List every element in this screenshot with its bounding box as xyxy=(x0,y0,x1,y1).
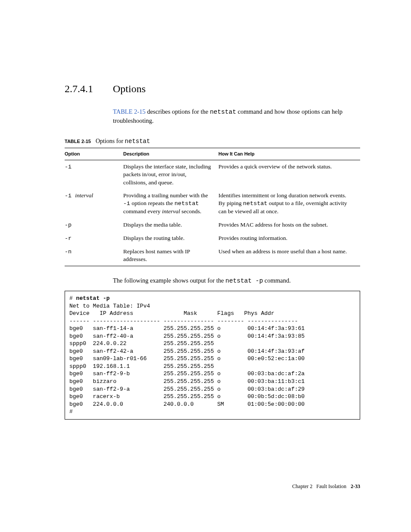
code-header: Net to Media Table: IPv4 xyxy=(69,303,150,309)
code-line: bge0 san-ff2-40-a 255.255.255.255 o 00:1… xyxy=(69,333,305,339)
page-footer: Chapter 2 Fault Isolation2-33 xyxy=(292,483,360,490)
option-arg: interval xyxy=(75,192,93,199)
option-help: Provides routing information. xyxy=(218,232,360,245)
option-desc: Displays the media table. xyxy=(123,218,218,232)
options-table: Option Description How It Can Help -i Di… xyxy=(65,148,360,266)
code-line: bge0 san-ff1-14-a 255.255.255.255 o 00:1… xyxy=(69,325,305,332)
option-help: Identifies intermittent or long duration… xyxy=(218,189,360,218)
code-endprompt: # xyxy=(69,408,73,415)
option-desc: Displays the routing table. xyxy=(123,232,218,245)
example-text-1: The following example shows output for t… xyxy=(113,277,225,284)
code-command: netstat -p xyxy=(76,295,110,302)
code-line: bge0 san-ff2-9-b 255.255.255.255 o 00:03… xyxy=(69,370,305,377)
example-text-2: command. xyxy=(263,277,290,284)
table-row: -n Replaces host names with IP addresses… xyxy=(65,245,360,266)
code-rule: ------ -------------------- ------------… xyxy=(69,318,298,324)
intro-command: netstat xyxy=(210,109,236,115)
table-row: -i interval Providing a trailing number … xyxy=(65,189,360,218)
example-intro: The following example shows output for t… xyxy=(113,277,360,286)
table-label: TABLE 2-15 xyxy=(65,139,91,144)
section-number: 2.7.4.1 xyxy=(65,82,113,96)
example-command: netstat -p xyxy=(225,277,263,284)
page: 2.7.4.1 Options TABLE 2-15 describes opt… xyxy=(0,0,411,532)
table-header-row: Option Description How It Can Help xyxy=(65,148,360,160)
footer-chapter: Chapter 2 xyxy=(292,483,312,489)
code-line: bge0 san-ff2-9-a 255.255.255.255 o 00:03… xyxy=(69,386,305,392)
option-help: Provides MAC address for hosts on the su… xyxy=(218,218,360,232)
section-heading: 2.7.4.1 Options xyxy=(65,82,360,96)
section-title: Options xyxy=(113,82,146,96)
table-row: -p Displays the media table. Provides MA… xyxy=(65,218,360,232)
option-desc: Replaces host names with IP addresses. xyxy=(123,245,218,266)
col-description: Description xyxy=(123,148,218,160)
table-title-cmd: netstat xyxy=(125,138,150,145)
footer-page: 2-33 xyxy=(351,483,360,489)
code-line: bge0 bizzaro 255.255.255.255 o 00:03:ba:… xyxy=(69,378,305,385)
code-line: sppp0 192.168.1.1 255.255.255.255 xyxy=(69,363,214,370)
table-caption: TABLE 2-15 Options for netstat xyxy=(65,137,360,146)
code-line: bge0 san-ff2-42-a 255.255.255.255 o 00:1… xyxy=(69,348,305,355)
code-line: bge0 racerx-b 255.255.255.255 o 00:0b:5d… xyxy=(69,393,305,400)
option-flag: -i xyxy=(65,164,72,170)
code-line: sppp0 224.0.0.22 255.255.255.255 xyxy=(69,340,214,347)
footer-title: Fault Isolation xyxy=(316,483,346,489)
option-desc: Displays the interface state, including … xyxy=(123,160,218,189)
option-help: Used when an address is more useful than… xyxy=(218,245,360,266)
code-line: bge0 224.0.0.0 240.0.0.0 SM 01:00:5e:00:… xyxy=(69,401,305,408)
col-help: How It Can Help xyxy=(218,148,360,160)
option-help: Provides a quick overview of the network… xyxy=(218,160,360,189)
intro-paragraph: TABLE 2-15 describes options for the net… xyxy=(113,108,360,125)
option-flag: -i xyxy=(65,193,75,199)
option-flag: -r xyxy=(65,235,72,242)
code-output-box: # netstat -p Net to Media Table: IPv4 De… xyxy=(65,291,360,420)
code-line: bge0 san09-lab-r01-66 255.255.255.255 o … xyxy=(69,355,305,362)
option-flag: -n xyxy=(65,249,72,255)
col-option: Option xyxy=(65,148,123,160)
code-columns: Device IP Address Mask Flags Phys Addr xyxy=(69,310,274,317)
option-desc: Providing a trailing number with the -i … xyxy=(123,189,218,218)
table-xref-link[interactable]: TABLE 2-15 xyxy=(113,108,146,115)
option-flag: -p xyxy=(65,222,72,228)
table-row: -r Displays the routing table. Provides … xyxy=(65,232,360,245)
code-prompt: # xyxy=(69,295,76,302)
table-row: -i Displays the interface state, includi… xyxy=(65,160,360,189)
table-title-text: Options for xyxy=(96,138,125,144)
intro-text-1: describes options for the xyxy=(146,108,210,115)
